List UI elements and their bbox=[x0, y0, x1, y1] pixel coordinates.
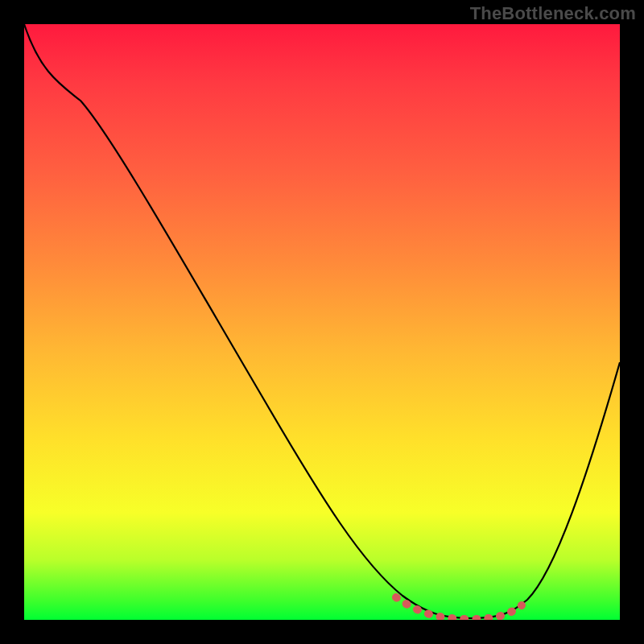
plot-area bbox=[24, 24, 620, 620]
highlight-trough bbox=[396, 597, 522, 619]
chart-frame: TheBottleneck.com bbox=[0, 0, 644, 644]
bottleneck-curve bbox=[24, 24, 620, 618]
curve-svg bbox=[24, 24, 620, 620]
watermark-text: TheBottleneck.com bbox=[470, 3, 636, 24]
